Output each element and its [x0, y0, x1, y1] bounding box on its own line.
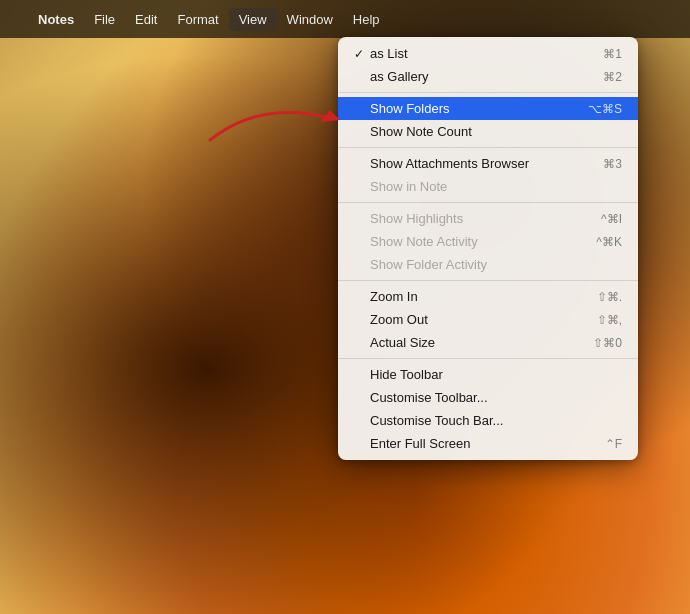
menu-checkmark-as-list: ✓ [354, 47, 370, 61]
menu-label-actual-size: Actual Size [370, 335, 593, 350]
menu-shortcut-show-attachments-browser: ⌘3 [603, 157, 622, 171]
apple-menu[interactable] [8, 15, 28, 23]
menu-item-customise-toolbar[interactable]: Customise Toolbar... [338, 386, 638, 409]
menu-shortcut-show-highlights: ^⌘I [601, 212, 622, 226]
menu-separator [338, 92, 638, 93]
menu-item-zoom-out[interactable]: Zoom Out⇧⌘, [338, 308, 638, 331]
menu-shortcut-zoom-out: ⇧⌘, [597, 313, 622, 327]
menu-item-hide-toolbar[interactable]: Hide Toolbar [338, 363, 638, 386]
menubar-edit[interactable]: Edit [125, 8, 167, 31]
menubar-format[interactable]: Format [167, 8, 228, 31]
menu-label-as-list: as List [370, 46, 603, 61]
menubar-help[interactable]: Help [343, 8, 390, 31]
menu-shortcut-zoom-in: ⇧⌘. [597, 290, 622, 304]
menu-label-zoom-out: Zoom Out [370, 312, 597, 327]
menu-label-customise-touch-bar: Customise Touch Bar... [370, 413, 622, 428]
menu-label-show-highlights: Show Highlights [370, 211, 601, 226]
menu-label-as-gallery: as Gallery [370, 69, 603, 84]
menu-shortcut-as-list: ⌘1 [603, 47, 622, 61]
menu-label-hide-toolbar: Hide Toolbar [370, 367, 622, 382]
menu-shortcut-show-folders: ⌥⌘S [588, 102, 622, 116]
menu-label-customise-toolbar: Customise Toolbar... [370, 390, 622, 405]
menubar-view[interactable]: View [229, 8, 277, 31]
menubar-notes[interactable]: Notes [28, 8, 84, 31]
menu-separator [338, 280, 638, 281]
menu-label-show-in-note: Show in Note [370, 179, 622, 194]
menu-label-show-folders: Show Folders [370, 101, 588, 116]
menu-item-actual-size[interactable]: Actual Size⇧⌘0 [338, 331, 638, 354]
menu-separator [338, 202, 638, 203]
menu-label-enter-full-screen: Enter Full Screen [370, 436, 605, 451]
menu-item-show-note-activity: Show Note Activity^⌘K [338, 230, 638, 253]
menu-label-zoom-in: Zoom In [370, 289, 597, 304]
menu-label-show-folder-activity: Show Folder Activity [370, 257, 622, 272]
menu-item-as-list[interactable]: ✓as List⌘1 [338, 42, 638, 65]
menu-item-show-note-count[interactable]: Show Note Count [338, 120, 638, 143]
menu-label-show-note-activity: Show Note Activity [370, 234, 596, 249]
view-dropdown-menu: ✓as List⌘1as Gallery⌘2Show Folders⌥⌘SSho… [338, 37, 638, 460]
menu-item-customise-touch-bar[interactable]: Customise Touch Bar... [338, 409, 638, 432]
menu-shortcut-enter-full-screen: ⌃F [605, 437, 622, 451]
menu-item-show-highlights: Show Highlights^⌘I [338, 207, 638, 230]
menu-label-show-attachments-browser: Show Attachments Browser [370, 156, 603, 171]
menu-shortcut-actual-size: ⇧⌘0 [593, 336, 622, 350]
menu-bar: Notes File Edit Format View Window Help [0, 0, 690, 38]
menu-item-show-folders[interactable]: Show Folders⌥⌘S [338, 97, 638, 120]
menu-item-enter-full-screen[interactable]: Enter Full Screen⌃F [338, 432, 638, 455]
menu-item-zoom-in[interactable]: Zoom In⇧⌘. [338, 285, 638, 308]
menu-separator [338, 358, 638, 359]
menubar-file[interactable]: File [84, 8, 125, 31]
menubar-window[interactable]: Window [277, 8, 343, 31]
menu-shortcut-as-gallery: ⌘2 [603, 70, 622, 84]
menu-item-show-in-note: Show in Note [338, 175, 638, 198]
menu-item-as-gallery[interactable]: as Gallery⌘2 [338, 65, 638, 88]
menu-item-show-attachments-browser[interactable]: Show Attachments Browser⌘3 [338, 152, 638, 175]
menu-label-show-note-count: Show Note Count [370, 124, 622, 139]
menu-separator [338, 147, 638, 148]
menu-shortcut-show-note-activity: ^⌘K [596, 235, 622, 249]
menu-item-show-folder-activity: Show Folder Activity [338, 253, 638, 276]
